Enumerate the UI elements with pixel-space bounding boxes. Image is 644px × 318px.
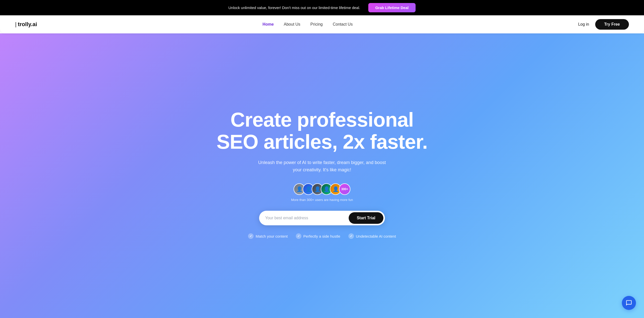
- feature-chips: ✓ Match your content ✓ Perfectly a side …: [248, 233, 396, 239]
- chat-bubble-button[interactable]: [622, 296, 636, 310]
- users-label: More than 300+ users are having more fun: [291, 198, 353, 202]
- hero-section: Create professional SEO articles, 2x fas…: [0, 33, 644, 318]
- avatars-row: 👤 👤 👤 👤 👤 300+: [294, 183, 350, 195]
- logo-name: trolly.ai: [18, 21, 37, 28]
- avatar-count: 300+: [339, 183, 350, 195]
- feature-chip-1: ✓ Perfectly a side hustle: [296, 233, 340, 239]
- hero-title-line2: SEO articles, 2x faster.: [217, 131, 428, 153]
- feature-label-2: Undetectable AI content: [356, 234, 396, 238]
- hero-title-line1: Create professional: [230, 109, 414, 131]
- logo-pipe: |: [15, 21, 17, 28]
- hero-title: Create professional SEO articles, 2x fas…: [217, 109, 428, 153]
- nav-home[interactable]: Home: [263, 22, 274, 26]
- nav-links: Home About Us Pricing Contact Us: [263, 22, 353, 27]
- check-icon-2: ✓: [348, 233, 354, 239]
- email-input[interactable]: [265, 216, 349, 220]
- chat-icon: [626, 300, 632, 306]
- email-form: Start Trial: [259, 211, 385, 225]
- banner-message: Unlock unlimited value, forever! Don't m…: [228, 6, 360, 10]
- nav-contact[interactable]: Contact Us: [333, 22, 353, 26]
- avatar-count-label: 300+: [341, 187, 348, 191]
- nav-right: Log in Try Free: [578, 19, 629, 30]
- grab-deal-button[interactable]: Grab Lifetime Deal: [368, 3, 416, 12]
- try-free-button[interactable]: Try Free: [595, 19, 629, 30]
- feature-chip-0: ✓ Match your content: [248, 233, 288, 239]
- hero-subtitle: Unleash the power of AI to write faster,…: [257, 159, 387, 174]
- nav-pricing[interactable]: Pricing: [310, 22, 323, 26]
- logo[interactable]: | trolly.ai: [15, 21, 37, 28]
- login-link[interactable]: Log in: [578, 22, 589, 27]
- feature-label-0: Match your content: [256, 234, 288, 238]
- feature-label-1: Perfectly a side hustle: [303, 234, 340, 238]
- nav-about[interactable]: About Us: [284, 22, 300, 26]
- top-banner: Unlock unlimited value, forever! Don't m…: [0, 0, 644, 15]
- navbar: | trolly.ai Home About Us Pricing Contac…: [0, 15, 644, 33]
- start-trial-button[interactable]: Start Trial: [349, 212, 383, 224]
- check-icon-1: ✓: [296, 233, 301, 239]
- feature-chip-2: ✓ Undetectable AI content: [348, 233, 396, 239]
- check-icon-0: ✓: [248, 233, 254, 239]
